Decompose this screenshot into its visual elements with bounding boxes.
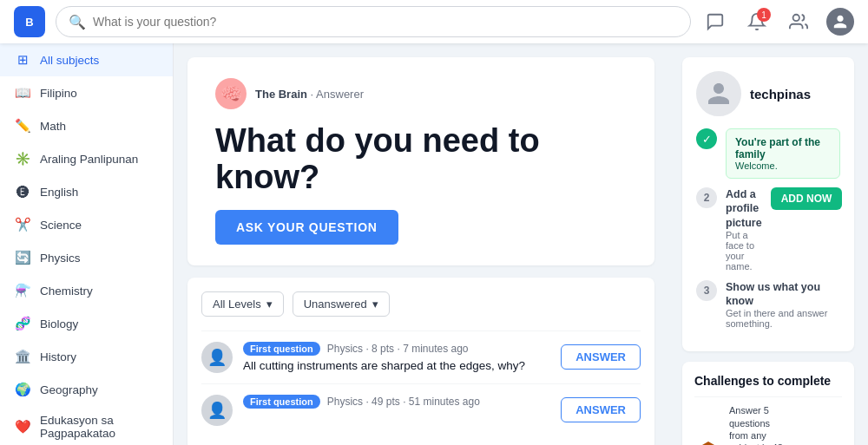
profile-username: techpinas: [750, 87, 811, 101]
sidebar-item-science[interactable]: ✂️Science: [0, 208, 173, 241]
filters: All Levels ▾ Unanswered ▾: [201, 291, 641, 317]
step2: 2 Add a profile picture Put a face to yo…: [696, 187, 840, 272]
sidebar-label: Biology: [40, 317, 78, 330]
sidebar-label: Science: [40, 219, 82, 232]
sidebar-icon: ⚗️: [14, 282, 31, 299]
hero-meta: 🧠 The Brain · Answerer: [215, 78, 627, 109]
step3-desc: Get in there and answer something.: [726, 308, 840, 329]
sidebar-label: Araling Panlipunan: [40, 153, 138, 166]
challenge-item: 🏆 Answer 5 questions from any subject in…: [694, 396, 842, 445]
notification-icon[interactable]: 1: [743, 8, 771, 36]
question-item: 👤 First question Physics · 49 pts · 51 m…: [201, 383, 641, 436]
sidebar-item-physics[interactable]: 🔄Physics: [0, 241, 173, 274]
sidebar-icon: ✂️: [14, 216, 31, 233]
sidebar-icon: 📖: [14, 84, 31, 101]
step2-number: 2: [696, 187, 717, 208]
sidebar-icon: 🅔: [14, 183, 31, 200]
challenges-card: Challenges to complete 🏆 Answer 5 questi…: [682, 362, 854, 445]
users-icon[interactable]: [785, 8, 812, 36]
header-icons: 1: [701, 8, 854, 36]
family-box: You're part of the family Welcome.: [726, 128, 840, 179]
sidebar-item-chemistry[interactable]: ⚗️Chemistry: [0, 274, 173, 307]
first-question-badge: First question: [243, 395, 320, 409]
sidebar-label: Geography: [40, 383, 98, 396]
sidebar-item-english[interactable]: 🅔English: [0, 175, 173, 208]
question-avatar: 👤: [201, 342, 233, 373]
family-sub: Welcome.: [735, 160, 831, 171]
profile-header: techpinas: [696, 71, 840, 116]
type-filter[interactable]: Unanswered ▾: [293, 291, 390, 317]
search-input[interactable]: [93, 15, 678, 29]
step1-check: ✓: [696, 128, 717, 149]
hero-meta-text: The Brain · Answerer: [255, 88, 364, 101]
hero-card: 🧠 The Brain · Answerer What do you need …: [187, 57, 654, 265]
sidebar-label: Physics: [40, 252, 81, 265]
sidebar-item-math[interactable]: ✏️Math: [0, 109, 173, 142]
sidebar-label: All subjects: [40, 54, 99, 67]
sidebar-label: Edukasyon sa Pagpapakatao: [40, 414, 159, 440]
answer-button[interactable]: ANSWER: [561, 397, 641, 422]
svg-point-0: [793, 15, 799, 21]
question-info: Physics · 49 pts · 51 minutes ago: [327, 396, 480, 408]
sidebar: ⊞All subjects📖Filipino✏️Math✳️Araling Pa…: [0, 43, 174, 445]
ask-question-button[interactable]: ASK YOUR QUESTION: [215, 210, 398, 245]
sidebar-label: English: [40, 186, 78, 199]
step2-content: Add a profile picture Put a face to your…: [726, 187, 762, 272]
sidebar-item-history[interactable]: 🏛️History: [0, 340, 173, 373]
search-bar[interactable]: 🔍: [56, 6, 691, 37]
question-avatar: 👤: [201, 395, 233, 426]
question-info: Physics · 8 pts · 7 minutes ago: [327, 343, 469, 355]
answer-button[interactable]: ANSWER: [561, 344, 641, 370]
profile-avatar: [696, 71, 741, 116]
add-now-button[interactable]: ADD NOW: [771, 187, 843, 210]
sidebar-label: History: [40, 350, 76, 363]
step2-desc: Put a face to your name.: [726, 230, 762, 272]
sidebar-icon: ✏️: [14, 117, 31, 134]
level-filter[interactable]: All Levels ▾: [201, 291, 284, 317]
main-layout: ⊞All subjects📖Filipino✏️Math✳️Araling Pa…: [0, 43, 868, 445]
challenges-title: Challenges to complete: [694, 374, 842, 388]
question-item: 👤 First question Physics · 8 pts · 7 min…: [201, 330, 641, 383]
sidebar-item-edukasyon[interactable]: ❤️Edukasyon sa Pagpapakatao: [0, 406, 173, 445]
sidebar-icon: ❤️: [14, 418, 31, 435]
header: B 🔍 1: [0, 0, 868, 43]
first-question-badge: First question: [243, 342, 320, 356]
search-icon: 🔍: [69, 14, 86, 30]
hero-title: What do you need to know?: [215, 123, 627, 196]
sidebar-icon: 🏛️: [14, 348, 31, 365]
right-panel: techpinas ✓ You're part of the family We…: [668, 43, 868, 445]
sidebar-label: Filipino: [40, 87, 77, 100]
challenge-info: Answer 5 questions from any subject in 4…: [729, 404, 788, 445]
family-title: You're part of the family: [735, 136, 831, 160]
chevron-down-icon: ▾: [266, 298, 273, 311]
sidebar-item-geography[interactable]: 🌍Geography: [0, 373, 173, 406]
step3: 3 Show us what you know Get in there and…: [696, 280, 840, 330]
question-content: First question Physics · 49 pts · 51 min…: [243, 395, 550, 412]
brain-icon: 🧠: [215, 78, 247, 109]
chevron-down-icon: ▾: [372, 298, 378, 311]
notification-badge: 1: [757, 8, 771, 22]
sidebar-icon: 🔄: [14, 249, 31, 266]
question-text: All cutting instruments are sharped at t…: [243, 359, 550, 372]
question-meta: First question Physics · 8 pts · 7 minut…: [243, 342, 550, 356]
step2-title: Add a profile picture: [726, 187, 762, 230]
sidebar-item-all-subjects[interactable]: ⊞All subjects: [0, 43, 173, 76]
sidebar-item-filipino[interactable]: 📖Filipino: [0, 76, 173, 109]
profile-card: techpinas ✓ You're part of the family We…: [682, 57, 854, 351]
sidebar-icon: ⊞: [14, 51, 31, 69]
challenge-text: Answer 5 questions from any subject in 4…: [729, 404, 788, 445]
questions-section: All Levels ▾ Unanswered ▾ 👤 First questi…: [187, 278, 654, 445]
chat-icon[interactable]: [701, 8, 729, 36]
step1: ✓ You're part of the family Welcome.: [696, 128, 840, 179]
sidebar-item-araling-panlipunan[interactable]: ✳️Araling Panlipunan: [0, 142, 173, 175]
sidebar-icon: 🧬: [14, 315, 31, 332]
brainly-logo[interactable]: B: [14, 6, 45, 37]
sidebar-item-biology[interactable]: 🧬Biology: [0, 307, 173, 340]
challenge-hex-icon: 🏆: [694, 440, 722, 445]
user-avatar[interactable]: [826, 8, 854, 36]
step3-title: Show us what you know: [726, 280, 840, 309]
step3-number: 3: [696, 280, 717, 301]
sidebar-icon: 🌍: [14, 381, 31, 398]
sidebar-icon: ✳️: [14, 150, 31, 167]
content-area: 🧠 The Brain · Answerer What do you need …: [174, 43, 668, 445]
